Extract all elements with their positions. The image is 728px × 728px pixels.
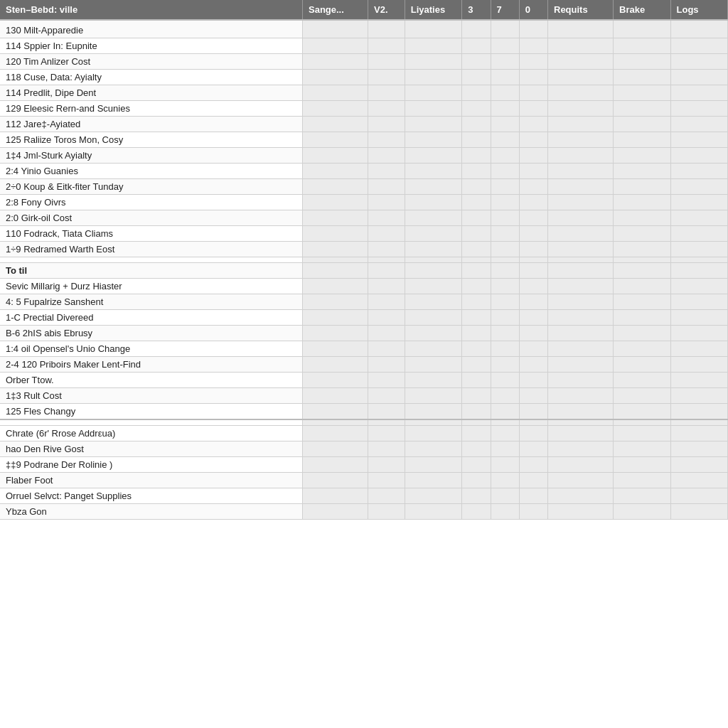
row-grid-cell bbox=[670, 226, 728, 242]
row-grid-cell bbox=[462, 263, 491, 279]
row-grid-cell bbox=[368, 357, 405, 373]
row-grid-cell bbox=[548, 472, 614, 488]
row-grid-cell bbox=[462, 164, 491, 179]
row-grid-cell bbox=[548, 488, 614, 503]
row-grid-cell bbox=[519, 441, 547, 456]
col-header-brake: Brake bbox=[614, 0, 671, 20]
row-grid-cell bbox=[614, 488, 671, 503]
row-grid-cell bbox=[303, 441, 368, 456]
row-grid-cell bbox=[405, 263, 462, 279]
row-grid-cell bbox=[519, 210, 547, 226]
row-grid-cell bbox=[368, 425, 405, 441]
row-label: 2÷0 Koup & Eitk-fiter Tunday bbox=[0, 179, 303, 195]
row-grid-cell bbox=[303, 357, 368, 373]
row-grid-cell bbox=[614, 326, 671, 341]
row-grid-cell bbox=[548, 117, 614, 132]
row-grid-cell bbox=[670, 488, 728, 503]
table-body: 130 Milt-Apparedie114 Sppier In: Eupnite… bbox=[0, 20, 728, 519]
row-label: 1÷9 Redramed Warth Eost bbox=[0, 242, 303, 257]
table-row: 120 Tim Anlizer Cost bbox=[0, 54, 728, 70]
row-grid-cell bbox=[548, 425, 614, 441]
row-grid-cell bbox=[491, 310, 519, 326]
row-grid-cell bbox=[491, 20, 519, 38]
row-grid-cell bbox=[548, 195, 614, 210]
row-grid-cell bbox=[368, 179, 405, 195]
row-grid-cell bbox=[405, 54, 462, 70]
row-label: Flaber Foot bbox=[0, 472, 303, 488]
row-grid-cell bbox=[303, 179, 368, 195]
table-row: 114 Sppier In: Eupnite bbox=[0, 38, 728, 54]
row-grid-cell bbox=[462, 132, 491, 148]
row-grid-cell bbox=[670, 179, 728, 195]
row-grid-cell bbox=[405, 503, 462, 519]
row-grid-cell bbox=[368, 472, 405, 488]
row-label: Orber Ttow. bbox=[0, 373, 303, 388]
row-label: 130 Milt-Apparedie bbox=[0, 20, 303, 38]
table-row: 114 Predlit, Dipe Dent bbox=[0, 85, 728, 101]
table-header-row: Sten–Bebd: ville Sange... V2. Liyaties 3… bbox=[0, 0, 728, 20]
row-grid-cell bbox=[491, 326, 519, 341]
table-row: 125 Fles Changy bbox=[0, 404, 728, 420]
col-header-logs: Logs bbox=[670, 0, 728, 20]
row-grid-cell bbox=[519, 456, 547, 472]
table-row: 2÷0 Koup & Eitk-fiter Tunday bbox=[0, 179, 728, 195]
row-grid-cell bbox=[491, 226, 519, 242]
row-grid-cell bbox=[303, 226, 368, 242]
col-header-sange: Sange... bbox=[303, 0, 368, 20]
row-grid-cell bbox=[670, 294, 728, 310]
row-grid-cell bbox=[303, 404, 368, 420]
row-grid-cell bbox=[548, 148, 614, 164]
row-grid-cell bbox=[368, 210, 405, 226]
row-grid-cell bbox=[548, 70, 614, 85]
row-grid-cell bbox=[368, 195, 405, 210]
row-grid-cell bbox=[491, 179, 519, 195]
row-grid-cell bbox=[491, 117, 519, 132]
row-grid-cell bbox=[548, 456, 614, 472]
row-label: 1-C Prectial Divereed bbox=[0, 310, 303, 326]
row-grid-cell bbox=[670, 132, 728, 148]
row-grid-cell bbox=[548, 326, 614, 341]
row-grid-cell bbox=[405, 164, 462, 179]
table-row: 2:8 Fony Oivrs bbox=[0, 195, 728, 210]
row-grid-cell bbox=[614, 456, 671, 472]
row-grid-cell bbox=[303, 425, 368, 441]
row-label: hao Den Rive Gost bbox=[0, 441, 303, 456]
table-row: 4: 5 Fupalrize Sanshent bbox=[0, 294, 728, 310]
row-grid-cell bbox=[519, 310, 547, 326]
row-grid-cell bbox=[491, 242, 519, 257]
row-grid-cell bbox=[462, 70, 491, 85]
row-grid-cell bbox=[462, 456, 491, 472]
row-grid-cell bbox=[491, 373, 519, 388]
row-grid-cell bbox=[368, 373, 405, 388]
row-grid-cell bbox=[491, 279, 519, 294]
row-grid-cell bbox=[368, 38, 405, 54]
row-grid-cell bbox=[670, 195, 728, 210]
row-grid-cell bbox=[303, 472, 368, 488]
row-grid-cell bbox=[405, 279, 462, 294]
row-grid-cell bbox=[519, 279, 547, 294]
row-grid-cell bbox=[462, 488, 491, 503]
row-grid-cell bbox=[670, 310, 728, 326]
row-grid-cell bbox=[303, 456, 368, 472]
row-grid-cell bbox=[614, 388, 671, 404]
row-grid-cell bbox=[670, 357, 728, 373]
table-row: 125 Raliize Toros Mon, Cosy bbox=[0, 132, 728, 148]
row-label: 118 Cuse, Data: Ayialty bbox=[0, 70, 303, 85]
row-grid-cell bbox=[614, 226, 671, 242]
row-grid-cell bbox=[519, 388, 547, 404]
row-grid-cell bbox=[405, 425, 462, 441]
row-grid-cell bbox=[670, 117, 728, 132]
row-grid-cell bbox=[303, 164, 368, 179]
row-grid-cell bbox=[548, 38, 614, 54]
row-grid-cell bbox=[303, 279, 368, 294]
row-grid-cell bbox=[405, 294, 462, 310]
row-grid-cell bbox=[548, 279, 614, 294]
row-grid-cell bbox=[614, 20, 671, 38]
row-grid-cell bbox=[614, 38, 671, 54]
row-grid-cell bbox=[491, 472, 519, 488]
table-row: 1‡3 Rult Cost bbox=[0, 388, 728, 404]
row-grid-cell bbox=[405, 70, 462, 85]
row-grid-cell bbox=[368, 54, 405, 70]
row-grid-cell bbox=[462, 85, 491, 101]
row-grid-cell bbox=[405, 456, 462, 472]
